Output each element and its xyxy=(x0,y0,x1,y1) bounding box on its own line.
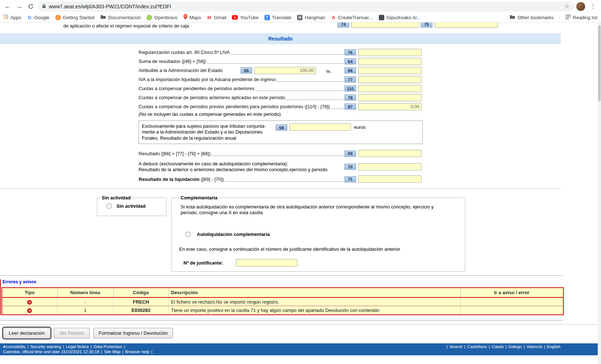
bookmark-item-maps[interactable]: Maps xyxy=(183,14,201,21)
footer-link-accessibility[interactable]: Accessibility xyxy=(3,344,26,349)
ver-fichero-button[interactable]: Ver Fichero xyxy=(54,328,90,338)
apps-button[interactable]: Apps xyxy=(4,14,21,20)
page-scrollbar[interactable] xyxy=(598,22,601,364)
errors-table: Tipo Número línea Código Descripción Ir … xyxy=(1,287,564,315)
casilla-110-input[interactable] xyxy=(358,85,422,92)
bookmark-item-createtransac[interactable]: A CreateTransac... xyxy=(331,15,373,20)
col-tipo: Tipo xyxy=(2,288,57,297)
dotted-leader xyxy=(207,63,343,64)
justificante-label: Nº de justificante: xyxy=(183,260,236,266)
bookmark-item-hangman[interactable]: H Hangman xyxy=(297,15,325,20)
dotted-leader xyxy=(286,100,343,100)
sin-actividad-fieldset: Sin actividad Sin actividad xyxy=(97,195,166,216)
percent-suffix: % . xyxy=(326,69,333,74)
buttons-top-divider xyxy=(0,320,563,321)
regularizacion-anual-box: Exclusivamente para sujetos pasivos que … xyxy=(139,120,423,144)
bookmark-item-gipuzkoako[interactable]: Gipuzkoako Al... xyxy=(379,15,420,20)
bookmark-item-getting-started[interactable]: Getting Started xyxy=(55,15,94,20)
map-pin-icon xyxy=(183,14,187,21)
reading-list-button[interactable]: Reading list xyxy=(566,15,597,20)
error-row-2: × 1 E030283 Tiene un importe positivo en… xyxy=(2,306,563,315)
autoliquidacion-complementaria-checkbox[interactable] xyxy=(186,232,190,237)
bookmark-item-google[interactable]: G Google xyxy=(27,15,50,20)
bookmark-star-icon[interactable]: ☆ xyxy=(564,3,570,10)
sin-actividad-checkbox[interactable] xyxy=(107,204,111,208)
form-row-77: IVA a la importación liquidado por la Ad… xyxy=(139,75,422,84)
forward-icon[interactable]: → xyxy=(14,2,24,11)
errors-section: Errores y avisos Tipo Número línea Códig… xyxy=(0,279,563,315)
profile-avatar[interactable] xyxy=(576,2,585,11)
dotted-leader xyxy=(277,81,343,82)
casilla-78-box: 78 xyxy=(344,94,356,101)
url-text: www7.aeat.es/wlpl/A303-PW21/CONT/index.z… xyxy=(49,4,562,9)
resultado-section-header: Resultado xyxy=(0,33,561,44)
leer-declaracion-button[interactable]: Leer declaración xyxy=(3,328,50,338)
ir-a-aviso-cell xyxy=(460,297,563,306)
partial-top-row: de aplicación o afecte el régimen especi… xyxy=(0,22,601,31)
footer-link-english[interactable]: English xyxy=(547,344,560,349)
bookmark-item-translate[interactable]: T Translate xyxy=(264,15,292,20)
footer-link-site-map[interactable]: Site Map xyxy=(104,350,120,354)
casilla-76-box: 76 xyxy=(344,49,356,55)
other-bookmarks-button[interactable]: Other bookmarks xyxy=(509,14,554,20)
buttons-divider-2 xyxy=(0,324,601,325)
footer-link-data-protection[interactable]: Data Protection xyxy=(94,344,122,349)
casilla-64-input[interactable] xyxy=(358,58,422,65)
casilla-74-input[interactable] xyxy=(351,22,419,28)
bookmark-item-youtube[interactable]: YouTube xyxy=(232,15,258,20)
createtransac-icon: A xyxy=(331,15,336,20)
footer-link-valencia[interactable]: Valencià xyxy=(526,344,542,349)
casilla-66-input[interactable] xyxy=(358,67,422,74)
casilla-68-input[interactable] xyxy=(289,123,351,131)
errors-top-divider xyxy=(0,275,563,276)
footer-link-catala[interactable]: Català xyxy=(492,344,504,349)
folder-icon xyxy=(100,14,106,20)
formalizar-ingreso-devolucion-button[interactable]: Formalizar Ingreso / Devolución xyxy=(93,328,173,338)
casilla-78-input[interactable] xyxy=(358,94,422,101)
browser-toolbar: ← → www7.aeat.es/wlpl/A303-PW21/CONT/ind… xyxy=(0,0,601,13)
form-row-71: Resultado de la liquidación ([69] - [70]… xyxy=(139,175,422,184)
error-icon: × xyxy=(27,300,32,305)
casilla-87-box: 87 xyxy=(344,103,356,110)
footer-link-browser-help[interactable]: Browser help xyxy=(125,350,149,354)
dotted-leader xyxy=(255,90,343,91)
footer-link-search[interactable]: Search xyxy=(449,344,462,349)
bookmark-item-gmail[interactable]: M Gmail xyxy=(207,15,226,20)
casilla-75-input[interactable] xyxy=(435,22,498,28)
ir-a-aviso-cell xyxy=(460,306,563,315)
casilla-70-input[interactable] xyxy=(358,163,422,170)
footer-link-castellano[interactable]: Castellano xyxy=(467,344,487,349)
form-row-76: Regularización cuotas art. 80.Cinco.5ª L… xyxy=(139,48,422,57)
casilla-69-input[interactable] xyxy=(358,150,422,157)
google-icon: G xyxy=(27,15,32,20)
casilla-71-input[interactable] xyxy=(358,175,422,183)
dotted-leader xyxy=(212,156,343,156)
casilla-77-input[interactable] xyxy=(358,76,422,83)
form-row-70: A deducir (exclusivamente en caso de aut… xyxy=(139,160,422,173)
browser-menu-icon[interactable]: ⋮ xyxy=(588,3,598,10)
scrollbar-thumb[interactable] xyxy=(598,25,601,101)
form-row-78: Cuotas a compensar de periodos anteriore… xyxy=(139,93,422,102)
footer-link-security-warning[interactable]: Security warning xyxy=(30,344,61,349)
casilla-76-input[interactable] xyxy=(358,49,422,56)
bookmark-item-openbravo[interactable]: Openbravo xyxy=(147,15,177,20)
reload-icon[interactable] xyxy=(26,2,35,11)
autoliquidacion-row[interactable]: Autoliquidación complementaria xyxy=(186,232,461,237)
justificante-row: Nº de justificante: xyxy=(183,259,461,267)
address-bar[interactable]: www7.aeat.es/wlpl/A303-PW21/CONT/index.z… xyxy=(38,1,574,12)
sin-actividad-legend: Sin actividad xyxy=(100,195,132,200)
bookmark-item-documentacion[interactable]: Documentacion xyxy=(100,14,141,20)
footer-datetime: Calendar, official time and date 15/10/2… xyxy=(3,350,104,354)
back-icon[interactable]: ← xyxy=(3,2,12,11)
dotted-leader xyxy=(231,54,343,55)
apps-grid-icon xyxy=(4,14,8,20)
errors-title: Errores y avisos xyxy=(3,279,563,284)
sin-actividad-row[interactable]: Sin actividad xyxy=(107,203,166,209)
form-row-64: Suma de resultados ([46] + [58]) 64 xyxy=(139,57,422,66)
casilla-65-input[interactable] xyxy=(254,67,316,74)
bookmarks-divider xyxy=(559,14,560,20)
justificante-input[interactable] xyxy=(236,259,297,267)
footer-link-galego[interactable]: Galego xyxy=(508,344,522,349)
casilla-87-input[interactable] xyxy=(358,103,422,110)
footer-link-legal-notice[interactable]: Legal Notice xyxy=(66,344,89,349)
